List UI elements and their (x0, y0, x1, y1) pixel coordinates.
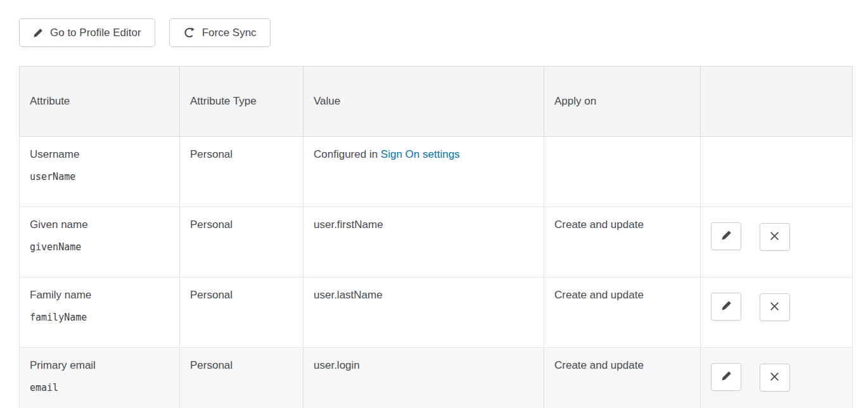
force-sync-button[interactable]: Force Sync (169, 18, 271, 47)
attribute-type-cell: Personal (180, 348, 303, 408)
pencil-icon (33, 28, 43, 38)
value-text: Configured in (314, 148, 381, 160)
attribute-type-cell: Personal (180, 137, 303, 207)
column-header-apply-on: Apply on (544, 67, 701, 137)
toolbar: Go to Profile Editor Force Sync (19, 18, 852, 47)
table-row-family-name: Family name familyName Personal user.las… (20, 277, 853, 348)
apply-on-cell (544, 137, 701, 207)
delete-attribute-button[interactable] (760, 293, 790, 321)
column-header-actions (701, 67, 853, 137)
pencil-icon (721, 230, 732, 243)
attribute-variable-name: userName (30, 171, 169, 182)
actions-cell (701, 207, 853, 277)
value-cell: user.login (303, 348, 544, 408)
sync-icon (183, 27, 195, 39)
attribute-variable-name: email (30, 382, 169, 393)
edit-attribute-button[interactable] (711, 363, 741, 391)
value-cell: user.lastName (303, 277, 544, 348)
actions-cell (701, 348, 853, 408)
attribute-mappings-page: Go to Profile Editor Force Sync Attribut… (0, 0, 868, 408)
apply-on-cell: Create and update (544, 277, 701, 348)
apply-on-cell: Create and update (544, 348, 701, 408)
value-cell: user.firstName (303, 207, 544, 277)
attribute-type-cell: Personal (180, 277, 303, 348)
attribute-label: Username (30, 148, 169, 161)
attribute-label: Given name (30, 219, 169, 231)
pencil-icon (721, 371, 732, 383)
edit-attribute-button[interactable] (711, 293, 741, 321)
delete-attribute-button[interactable] (760, 364, 790, 392)
attribute-mappings-table: Attribute Attribute Type Value Apply on … (19, 66, 853, 408)
go-to-profile-editor-label: Go to Profile Editor (50, 27, 141, 39)
go-to-profile-editor-button[interactable]: Go to Profile Editor (19, 18, 155, 47)
close-icon (770, 372, 779, 383)
attribute-type-cell: Personal (180, 207, 303, 277)
edit-attribute-button[interactable] (711, 222, 741, 250)
force-sync-label: Force Sync (202, 27, 257, 39)
table-row-primary-email: Primary email email Personal user.login … (20, 348, 853, 408)
delete-attribute-button[interactable] (760, 223, 790, 251)
apply-on-cell: Create and update (544, 207, 701, 277)
actions-cell (701, 277, 853, 348)
table-row-username: Username userName Personal Configured in… (20, 137, 853, 207)
actions-cell (701, 137, 853, 207)
value-cell: Configured in Sign On settings (303, 137, 544, 207)
table-header-row: Attribute Attribute Type Value Apply on (20, 67, 853, 137)
column-header-attribute-type: Attribute Type (180, 67, 303, 137)
column-header-attribute: Attribute (20, 67, 180, 137)
attribute-variable-name: familyName (30, 312, 169, 323)
close-icon (770, 231, 779, 243)
attribute-label: Family name (30, 289, 169, 302)
sign-on-settings-link[interactable]: Sign On settings (381, 148, 460, 160)
attribute-label: Primary email (30, 359, 169, 372)
table-row-given-name: Given name givenName Personal user.first… (20, 207, 853, 277)
column-header-value: Value (303, 67, 544, 137)
close-icon (770, 302, 779, 313)
attribute-variable-name: givenName (30, 241, 169, 253)
pencil-icon (721, 300, 732, 313)
